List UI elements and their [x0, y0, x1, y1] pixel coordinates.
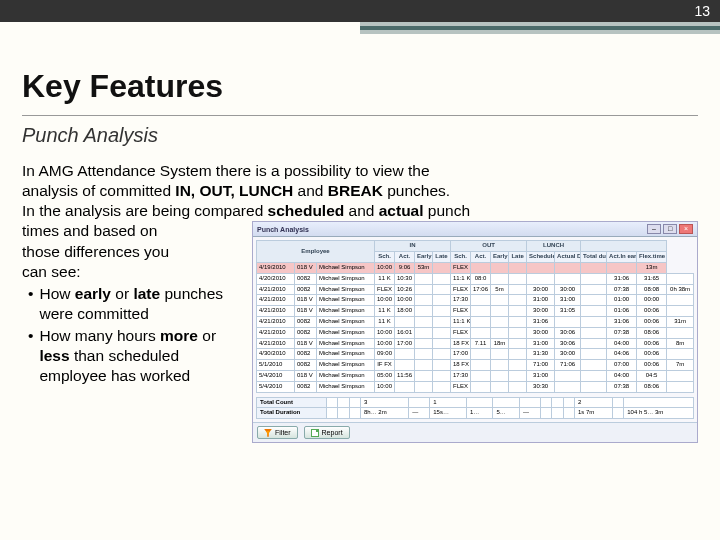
report-button[interactable]: Report [304, 426, 350, 439]
close-button[interactable]: × [679, 224, 693, 234]
accent-bar [360, 22, 720, 34]
table-row: 4/19/2010018 VMichael Simpson10:009:0653… [257, 263, 694, 274]
punch-analysis-window: Punch Analysis – □ × EmployeeINOUTLUNCHS… [252, 221, 698, 443]
table-row: 4/21/20100082Michael SimpsonFLEX10:26FLE… [257, 284, 694, 295]
page-number: 13 [694, 3, 710, 19]
punch-analysis-table: EmployeeINOUTLUNCHSch.Act.EarlyLateSch.A… [256, 240, 694, 392]
summary-row: Total Duration8h… 2m—15s…1…5…—1s 7m104 h… [257, 408, 694, 419]
summary-table: Total Count312Total Duration8h… 2m—15s…1… [256, 397, 694, 420]
table-row: 5/4/2010018 VMichael Simpson05:0011:5617… [257, 370, 694, 381]
table-row: 4/21/20100082Michael Simpson11 K11:1 K31… [257, 317, 694, 328]
table-row: 5/4/20100082Michael Simpson10:00FLEX30:3… [257, 381, 694, 392]
summary-row: Total Count312 [257, 397, 694, 408]
table-row: 4/20/20100082Michael Simpson11 K10:3011:… [257, 273, 694, 284]
page-subtitle: Punch Analysis [22, 124, 698, 147]
report-icon [311, 429, 319, 437]
page-title: Key Features [22, 68, 698, 105]
window-titlebar: Punch Analysis – □ × [253, 222, 697, 237]
filter-button[interactable]: Filter [257, 426, 298, 439]
body-text: In AMG Attendance System there is a poss… [22, 161, 698, 443]
table-row: 4/21/2010018 VMichael Simpson10:0010:001… [257, 295, 694, 306]
table-row: 5/1/20100082Michael SimpsonIF FX18 FX71:… [257, 360, 694, 371]
maximize-button[interactable]: □ [663, 224, 677, 234]
bullet-item: •How many hours more or less than schedu… [26, 326, 244, 386]
window-title: Punch Analysis [257, 225, 309, 234]
title-rule [22, 115, 698, 116]
minimize-button[interactable]: – [647, 224, 661, 234]
table-row: 4/21/20100082Michael Simpson10:0016:01FL… [257, 327, 694, 338]
table-row: 4/30/20100082Michael Simpson09:0017:0031… [257, 349, 694, 360]
bullet-item: •How early or late punches were committe… [26, 284, 244, 324]
filter-icon [264, 429, 272, 437]
table-row: 4/21/2010018 VMichael Simpson10:0017:001… [257, 338, 694, 349]
table-row: 4/21/2010018 VMichael Simpson11 K18:00FL… [257, 306, 694, 317]
